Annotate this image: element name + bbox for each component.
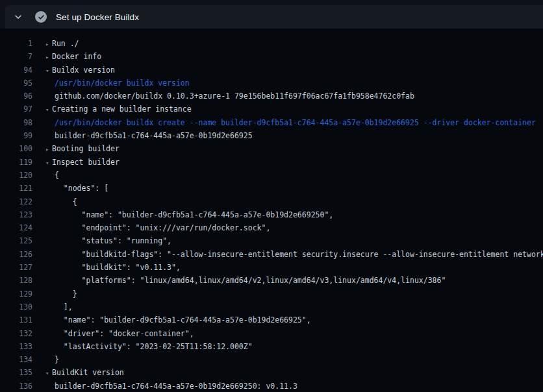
triangle-right-icon[interactable]: ▸ [45,51,52,64]
log-output-text: { [55,195,77,208]
log-group-header[interactable]: ▾Inspect builder [45,156,120,169]
log-line: 95/usr/bin/docker buildx version [0,77,543,90]
check-circle-icon [35,11,47,23]
actions-log-viewer: Set up Docker Buildx 1▸Run ./7▸Docker in… [0,0,543,392]
line-number[interactable]: 133 [0,340,32,353]
line-number[interactable]: 7 [0,50,32,63]
log-line: 100▸Booting builder [0,142,543,155]
log-line: 129 } [0,288,543,300]
line-number[interactable]: 98 [0,116,32,129]
log-output-text: "platforms": "linux/amd64,linux/amd64/v2… [55,274,446,287]
log-line: 121 "nodes": [ [0,182,543,195]
log-group-label: Run ./ [52,39,79,48]
log-output-text: "endpoint": "unix:///var/run/docker.sock… [55,221,270,234]
log-output-text: { [55,169,59,182]
log-line: 122 { [0,195,543,208]
log-output-text: "lastActivity": "2023-02-25T11:58:12.000… [55,340,253,353]
log-group-label: Booting builder [52,144,120,153]
log-line: 136builder-d9cfb5a1-c764-445a-a57e-0b19d… [0,380,543,392]
log-output-text: "status": "running", [55,234,171,247]
log-line: 123 "name": "builder-d9cfb5a1-c764-445a-… [0,208,543,221]
log-line: 128 "platforms": "linux/amd64,linux/amd6… [0,274,543,287]
step-title: Set up Docker Buildx [56,12,139,22]
triangle-down-icon[interactable]: ▾ [45,64,52,77]
log-group-header[interactable]: ▾BuildKit version [45,366,124,380]
line-number[interactable]: 126 [0,248,32,261]
line-number[interactable]: 123 [0,208,32,221]
log-group-header[interactable]: ▸Booting builder [45,142,120,156]
log-line: 135▾BuildKit version [0,366,543,379]
triangle-down-icon[interactable]: ▾ [45,367,52,380]
line-number[interactable]: 95 [0,77,32,90]
line-number[interactable]: 121 [0,182,32,195]
log-group-header[interactable]: ▸Run ./ [45,37,79,51]
line-number[interactable]: 96 [0,90,32,103]
log-line: 130 ], [0,300,543,313]
line-number[interactable]: 94 [0,64,32,77]
log-line: 124 "endpoint": "unix:///var/run/docker.… [0,221,543,234]
log-output-text: "driver": "docker-container", [55,327,194,340]
log-line: 97▾Creating a new builder instance [0,103,543,116]
line-number[interactable]: 120 [0,169,32,182]
line-number[interactable]: 135 [0,366,32,379]
log-line: 126 "buildkitd-flags": "--allow-insecure… [0,248,543,261]
line-number[interactable]: 124 [0,221,32,234]
log-command-text: /usr/bin/docker buildx version [55,77,190,90]
line-number[interactable]: 99 [0,129,32,142]
log-output-text: } [55,288,77,300]
line-number[interactable]: 136 [0,380,32,392]
log-output-text: "name": "builder-d9cfb5a1-c764-445a-a57e… [55,313,311,326]
log-output-text: "name": "builder-d9cfb5a1-c764-445a-a57e… [55,208,333,221]
log-group-header[interactable]: ▾Creating a new builder instance [45,103,192,116]
triangle-right-icon[interactable]: ▸ [45,38,52,51]
line-number[interactable]: 131 [0,313,32,326]
line-number[interactable]: 130 [0,300,32,313]
line-number[interactable]: 128 [0,274,32,287]
log-line: 127 "buildkit": "v0.11.3", [0,261,543,274]
log-line: 96github.com/docker/buildx 0.10.3+azure-… [0,90,543,103]
log-line: 134} [0,353,543,366]
log-line: 125 "status": "running", [0,234,543,247]
log-line: 133 "lastActivity": "2023-02-25T11:58:12… [0,340,543,353]
line-number[interactable]: 132 [0,327,32,340]
line-number[interactable]: 100 [0,142,32,155]
line-number[interactable]: 125 [0,234,32,247]
log-group-label: Docker info [52,52,101,61]
line-number[interactable]: 129 [0,288,32,300]
line-number[interactable]: 97 [0,103,32,116]
log-command-text: /usr/bin/docker buildx create --name bui… [55,116,536,129]
log-output-text: "buildkit": "v0.11.3", [55,261,181,274]
line-number[interactable]: 1 [0,37,32,50]
triangle-right-icon[interactable]: ▸ [45,143,52,156]
triangle-down-icon[interactable]: ▾ [45,103,52,116]
log-group-label: Creating a new builder instance [52,104,192,114]
log-output-text: ], [55,300,73,313]
log-line: 132 "driver": "docker-container", [0,327,543,340]
log-line: 94▾Buildx version [0,64,543,77]
log-output-text: "buildkitd-flags": "--allow-insecure-ent… [55,248,543,261]
log-group-label: BuildKit version [52,368,124,377]
log-area: 1▸Run ./7▸Docker info94▾Buildx version95… [0,29,543,392]
log-group-header[interactable]: ▾Buildx version [45,64,115,77]
triangle-down-icon[interactable]: ▾ [45,156,52,169]
log-line: 119▾Inspect builder [0,156,543,169]
log-line: 120{ [0,169,543,182]
line-number[interactable]: 127 [0,261,32,274]
log-output-text: "nodes": [ [55,182,108,195]
log-group-label: Inspect builder [52,158,120,167]
chevron-down-icon[interactable] [13,12,23,22]
log-line: 1▸Run ./ [0,37,543,50]
log-line: 98/usr/bin/docker buildx create --name b… [0,116,543,129]
step-header[interactable]: Set up Docker Buildx [5,5,543,29]
log-line: 7▸Docker info [0,50,543,63]
log-group-header[interactable]: ▸Docker info [45,50,101,64]
line-number[interactable]: 134 [0,353,32,366]
log-line: 99builder-d9cfb5a1-c764-445a-a57e-0b19d2… [0,129,543,142]
log-output-text: } [55,353,59,366]
log-group-label: Buildx version [52,66,115,75]
log-output-text: builder-d9cfb5a1-c764-445a-a57e-0b19d2e6… [55,380,297,392]
log-line: 131 "name": "builder-d9cfb5a1-c764-445a-… [0,313,543,326]
line-number[interactable]: 119 [0,156,32,169]
line-number[interactable]: 122 [0,195,32,208]
log-output-text: github.com/docker/buildx 0.10.3+azure-1 … [55,90,414,103]
